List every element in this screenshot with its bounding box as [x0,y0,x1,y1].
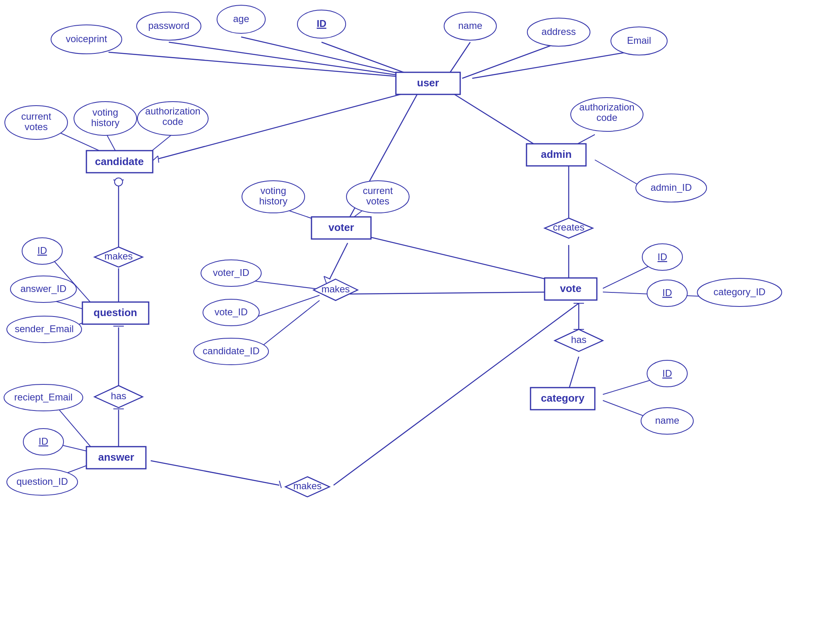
attr-category-name-label: name [655,415,679,426]
svg-line-13 [446,89,543,149]
svg-line-9 [158,156,159,163]
attr-user-password-label: password [148,20,190,31]
attr-answer-reciept-email-label: reciept_Email [14,392,72,402]
svg-line-8 [153,156,158,161]
attr-makes2-voter-id-label: voter_ID [213,267,250,278]
svg-line-64 [279,481,281,488]
svg-text:code: code [162,116,183,127]
attr-user-age-label: age [233,13,249,24]
attr-answer-question-id-label: question_ID [16,476,68,487]
attr-voter-current-votes-label: current [363,185,393,196]
relationship-has1-label: has [571,334,587,345]
svg-line-44 [255,295,320,317]
svg-line-46 [350,292,555,294]
svg-line-6 [472,52,627,78]
svg-line-5 [462,44,555,78]
svg-text:history: history [91,117,120,128]
svg-line-53 [603,265,651,288]
entity-candidate-label: candidate [95,155,143,167]
attr-cand-voting-history-label: voting [92,107,118,118]
svg-text:history: history [259,196,288,206]
attr-question-sender-email-label: sender_Email [15,323,74,334]
attr-user-voiceprint-label: voiceprint [66,33,107,44]
attr-user-name-label: name [458,20,482,31]
svg-text:votes: votes [366,196,389,206]
entity-user-label: user [417,77,439,89]
attr-user-address-label: address [541,26,576,37]
attr-question-answer-id-label: answer_ID [20,283,67,294]
attr-makes2-vote-id-label: vote_ID [215,306,248,317]
svg-line-58 [569,357,579,390]
attr-cand-current-votes-label: current [21,111,51,122]
svg-line-45 [255,300,320,351]
attr-voter-voting-history-label: voting [260,185,286,196]
attr-admin-auth-code-label: authorization [579,102,634,112]
svg-line-43 [255,281,320,289]
entity-answer-label: answer [98,451,134,463]
candidate-participation-optional [115,178,123,186]
attr-vote-id-label: ID [658,251,667,262]
attr-user-id-label: ID [317,18,326,29]
attr-question-id-label: ID [37,245,47,256]
attr-admin-id-label: admin_ID [651,182,692,193]
attr-cand-auth-code-label: authorization [145,106,200,116]
attr-answer-id-label: ID [39,436,48,447]
relationship-creates-label: creates [553,222,585,233]
er-diagram: user candidate voter admin vote question… [0,0,840,629]
attr-vote-category-id-label: category_ID [713,286,765,297]
svg-text:code: code [596,112,617,123]
attr-user-email-label: Email [627,35,651,46]
attr-category-id-label: ID [662,368,672,379]
entity-question-label: question [94,306,137,319]
relationship-makes2-label: makes [322,284,350,294]
attr-creates-id-label: ID [662,287,672,298]
entity-vote-label: vote [560,282,581,294]
relationship-has2-label: has [111,390,127,401]
svg-line-40 [330,243,348,279]
svg-line-62 [348,232,555,281]
entity-admin-label: admin [541,148,572,160]
svg-line-63 [151,461,279,485]
relationship-makes1-label: makes [104,251,133,261]
svg-text:votes: votes [25,121,47,132]
entity-category-label: category [541,392,585,404]
attr-makes2-candidate-id-label: candidate_ID [203,345,259,356]
entity-voter-label: voter [328,221,354,233]
relationship-makes3-label: makes [293,480,322,491]
svg-line-1 [241,37,420,78]
